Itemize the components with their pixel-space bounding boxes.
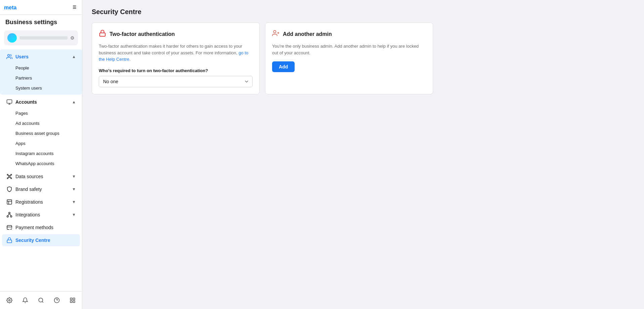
two-factor-description: Two-factor authentication makes it harde…: [99, 43, 253, 63]
sidebar-item-whatsapp-accounts[interactable]: WhatsApp accounts: [2, 159, 80, 168]
svg-rect-14: [7, 200, 12, 204]
svg-text:meta: meta: [4, 5, 16, 10]
sidebar-item-system-users[interactable]: System users: [2, 83, 80, 93]
data-sources-label: Data sources: [15, 174, 43, 179]
two-factor-card: Two-factor authentication Two-factor aut…: [92, 22, 260, 94]
business-settings-title: Business settings: [0, 15, 82, 29]
svg-line-13: [9, 177, 11, 178]
add-admin-card: Add another admin You're the only busine…: [265, 22, 433, 94]
integrations-label: Integrations: [15, 212, 40, 217]
grid-bottom-icon[interactable]: [67, 295, 78, 306]
integrations-icon: [6, 211, 13, 218]
sidebar-item-apps[interactable]: Apps: [2, 139, 80, 148]
sidebar-item-instagram-accounts[interactable]: Instagram accounts: [2, 149, 80, 158]
registrations-chevron: ▼: [72, 200, 76, 204]
brand-safety-icon: [6, 186, 13, 193]
security-centre-label: Security Centre: [15, 238, 50, 243]
hamburger-icon: ☰: [73, 5, 77, 10]
meta-logo: meta: [4, 4, 21, 11]
add-admin-card-header: Add another admin: [272, 30, 426, 39]
sidebar-item-payment-methods[interactable]: Payment methods: [2, 221, 80, 234]
cards-row: Two-factor authentication Two-factor aut…: [92, 22, 635, 94]
svg-line-11: [9, 175, 11, 176]
lock-icon: [99, 30, 106, 39]
svg-line-12: [8, 177, 9, 178]
data-sources-icon: [6, 173, 13, 180]
sidebar-item-integrations[interactable]: Integrations ▼: [2, 209, 80, 221]
svg-rect-33: [100, 33, 105, 36]
sidebar-item-pages[interactable]: Pages: [2, 108, 80, 118]
svg-point-24: [9, 300, 10, 301]
sidebar-item-people[interactable]: People: [2, 63, 80, 73]
security-centre-icon: [6, 237, 13, 244]
sidebar-item-brand-safety[interactable]: Brand safety ▼: [2, 183, 80, 195]
accounts-label: Accounts: [15, 99, 37, 105]
account-settings-icon: ⚙: [70, 35, 75, 41]
sidebar-item-data-sources[interactable]: Data sources ▼: [2, 170, 80, 183]
svg-line-21: [9, 214, 11, 216]
users-label: Users: [15, 54, 29, 59]
two-factor-title: Two-factor authentication: [110, 31, 175, 37]
svg-rect-29: [70, 298, 72, 300]
registrations-icon: [6, 199, 13, 205]
svg-rect-30: [73, 298, 75, 300]
page-title: Security Centre: [92, 8, 635, 16]
svg-point-25: [39, 298, 43, 302]
svg-line-20: [8, 214, 9, 216]
svg-rect-31: [70, 301, 72, 303]
users-section: Users ▲ People Partners System users: [0, 49, 82, 95]
accounts-section-header[interactable]: Accounts ▲: [2, 96, 80, 108]
sidebar-item-business-asset-groups[interactable]: Business asset groups: [2, 128, 80, 138]
integrations-chevron: ▼: [72, 212, 76, 217]
sidebar: meta ☰ Business settings ⚙ Users ▲: [0, 0, 82, 309]
users-chevron: ▲: [72, 54, 76, 59]
help-bottom-icon[interactable]: [51, 295, 62, 306]
users-icon: [6, 53, 13, 60]
sidebar-item-security-centre[interactable]: Security Centre: [2, 234, 80, 246]
meta-logo-svg: meta: [4, 4, 21, 11]
sidebar-item-partners[interactable]: Partners: [2, 73, 80, 83]
data-sources-chevron: ▼: [72, 174, 76, 179]
add-admin-title: Add another admin: [283, 31, 332, 37]
svg-rect-32: [73, 301, 75, 303]
two-factor-dropdown[interactable]: No one Everyone Admins only: [99, 76, 253, 87]
svg-point-34: [273, 31, 276, 33]
payment-methods-label: Payment methods: [15, 225, 53, 230]
svg-point-18: [7, 216, 9, 217]
person-add-icon: [272, 30, 280, 39]
accounts-chevron: ▲: [72, 100, 76, 104]
dropdown-label: Who's required to turn on two-factor aut…: [99, 68, 253, 73]
registrations-label: Registrations: [15, 199, 43, 205]
sidebar-bottom-bar: [0, 291, 82, 309]
search-bottom-icon[interactable]: [36, 295, 46, 306]
brand-safety-chevron: ▼: [72, 187, 76, 192]
main-content: Security Centre Two-factor authenticatio…: [82, 0, 644, 309]
account-switcher[interactable]: ⚙: [4, 31, 78, 45]
avatar: [7, 33, 17, 43]
svg-rect-23: [7, 240, 12, 243]
sidebar-item-registrations[interactable]: Registrations ▼: [2, 196, 80, 208]
brand-safety-label: Brand safety: [15, 187, 42, 192]
account-name-bar: [19, 36, 68, 40]
hamburger-button[interactable]: ☰: [71, 3, 78, 11]
accounts-section: Accounts ▲ Pages Ad accounts Business as…: [0, 95, 82, 170]
svg-line-10: [8, 175, 9, 176]
svg-point-5: [9, 176, 10, 177]
svg-point-1: [8, 54, 10, 56]
settings-bottom-icon[interactable]: [4, 295, 15, 306]
sidebar-header: meta ☰: [0, 0, 82, 15]
payment-methods-icon: [6, 224, 13, 231]
add-admin-description: You're the only business admin. Add anot…: [272, 43, 426, 56]
add-admin-button[interactable]: Add: [272, 61, 295, 72]
sidebar-item-ad-accounts[interactable]: Ad accounts: [2, 118, 80, 128]
two-factor-card-header: Two-factor authentication: [99, 30, 253, 39]
svg-point-19: [10, 216, 12, 217]
notifications-bottom-icon[interactable]: [20, 295, 31, 306]
users-section-header[interactable]: Users ▲: [2, 51, 80, 63]
svg-line-26: [42, 301, 43, 302]
accounts-icon: [6, 99, 13, 105]
svg-rect-2: [7, 100, 12, 103]
svg-point-17: [9, 212, 10, 214]
